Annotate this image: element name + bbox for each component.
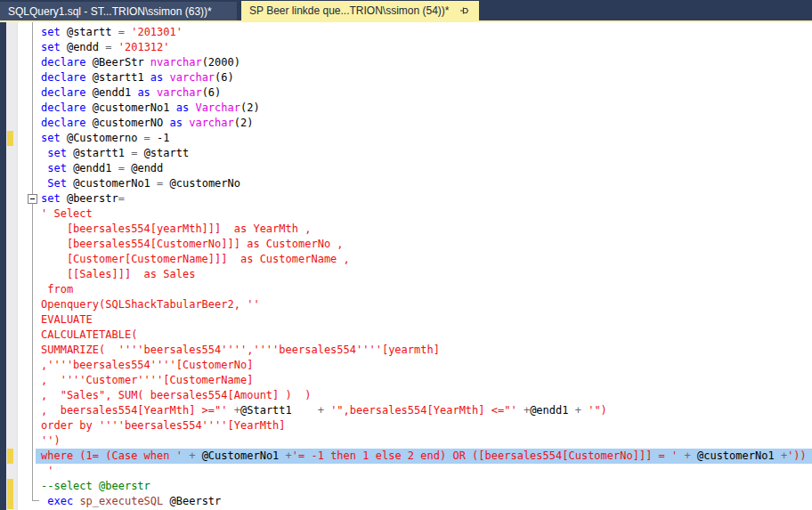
tab-sp-beer[interactable]: SP Beer linkde que...TRION\ssimon (54))*…: [241, 1, 479, 20]
code-token: set: [41, 132, 61, 144]
code-token: @endd1: [67, 162, 118, 174]
code-token: varchar: [157, 86, 202, 99]
code-token: set: [41, 26, 61, 38]
code-token: +: [286, 449, 292, 462]
code-line[interactable]: --select @beerstr: [36, 479, 812, 494]
code-token: varchar: [170, 71, 215, 84]
editor-left-margin: [0, 22, 6, 510]
close-icon[interactable]: ✕: [478, 4, 479, 17]
code-line[interactable]: ,''''beersales554''''[CustomerNo]: [36, 358, 812, 373]
code-line[interactable]: ': [36, 464, 812, 479]
code-token: where (1= (Case when ': [41, 449, 189, 462]
code-line[interactable]: ' Select: [36, 206, 812, 222]
gutter: [6, 22, 18, 510]
code-token: nvarchar: [150, 56, 202, 69]
tab-sqlquery1-label: SQLQuery1.sql - ST...TRION\ssimon (63))*: [8, 5, 212, 18]
code-token: set: [47, 147, 67, 159]
code-line[interactable]: declare @customerNo1 as Varchar(2): [36, 101, 812, 116]
code-token: @customerNo1: [67, 177, 157, 190]
code-token: EVALUATE: [41, 313, 93, 326]
code-line[interactable]: declare @startt1 as varchar(6): [36, 70, 812, 85]
code-token: as: [170, 117, 183, 129]
code-token: +: [318, 404, 324, 417]
code-token: -1: [150, 132, 170, 144]
code-token: set: [47, 162, 67, 174]
code-token: set: [41, 192, 61, 205]
code-line[interactable]: [beersales554[CustomerNo]]] as CustomerN…: [36, 237, 812, 252]
code-line[interactable]: from: [36, 282, 812, 297]
code-token: +: [234, 404, 240, 417]
code-token: [150, 86, 157, 99]
code-token: declare: [41, 86, 86, 99]
code-token: @startt: [61, 26, 118, 38]
code-line[interactable]: , ''''Customer''''[CustomerName]: [36, 373, 812, 388]
code-line[interactable]: declare @BeerStr nvarchar(2000): [36, 55, 812, 70]
code-token: @Startt1: [240, 404, 318, 417]
code-token: @customerNo: [163, 177, 240, 190]
code-token: [[Sales]]] as Sales: [41, 268, 195, 280]
code-line[interactable]: CALCULATETABLE(: [36, 328, 812, 343]
tab-sp-beer-label: SP Beer linkde que...TRION\ssimon (54))*: [249, 4, 450, 17]
change-indicator: [7, 479, 13, 494]
code-token: exec: [47, 495, 73, 507]
code-line[interactable]: order by ''''beersales554''''[YearMth]: [36, 418, 812, 433]
code-token: Set: [47, 177, 67, 190]
code-token: =: [118, 192, 125, 205]
code-token: set: [41, 41, 61, 53]
code-token: (6): [202, 86, 222, 99]
code-token: (2000): [202, 56, 240, 69]
code-line[interactable]: [[Sales]]] as Sales: [36, 267, 812, 282]
code-line[interactable]: Set @customerNo1 = @customerNo: [36, 176, 812, 191]
tab-sqlquery1[interactable]: SQLQuery1.sql - ST...TRION\ssimon (63))*: [0, 2, 237, 20]
code-token: +: [568, 404, 588, 417]
code-token: declare: [41, 117, 86, 129]
code-token: =: [118, 26, 125, 38]
code-line[interactable]: ''): [36, 433, 812, 449]
code-token: @startt1: [67, 147, 131, 159]
code-line[interactable]: declare @endd1 as varchar(6): [36, 85, 812, 101]
change-indicator: [7, 131, 13, 146]
code-line[interactable]: set @endd = '201312': [36, 40, 812, 55]
code-line[interactable]: [Customer[CustomerName]]] as CustomerNam…: [36, 252, 812, 267]
code-token: @CustomerNo1: [195, 449, 285, 462]
code-line[interactable]: declare @customerNO as varchar(2): [36, 116, 812, 131]
code-token: =: [118, 162, 125, 174]
code-line[interactable]: SUMMARIZE( ''''beersales554'''',''''beer…: [36, 343, 812, 358]
change-indicator: [7, 449, 13, 464]
code-token: Openquery(SQLShackTabularBeer2, '': [41, 298, 260, 311]
code-token: , ''''Customer''''[CustomerName]: [41, 374, 253, 386]
code-line[interactable]: set @endd1 = @endd: [36, 161, 812, 176]
code-token: --select @beerstr: [41, 480, 150, 492]
code-token: as: [150, 71, 163, 84]
code-line[interactable]: where (1= (Case when ' + @CustomerNo1 +'…: [36, 449, 812, 464]
code-line[interactable]: Openquery(SQLShackTabularBeer2, '': [36, 297, 812, 312]
code-token: [beersales554[CustomerNo]]] as CustomerN…: [41, 238, 344, 250]
code-token: [Customer[CustomerName]]] as CustomerNam…: [41, 253, 350, 265]
code-token: @Customerno: [61, 132, 144, 144]
code-token: ' Select: [41, 207, 93, 220]
code-line[interactable]: set @startt = '201301': [36, 25, 812, 40]
code-line[interactable]: EVALUATE: [36, 312, 812, 328]
code-token: @startt1: [86, 71, 150, 84]
code-token: ,''''beersales554''''[CustomerNo]: [41, 359, 253, 371]
code-line[interactable]: [beersales554[yearMth]]] as YearMth ,: [36, 222, 812, 237]
change-indicator: [7, 494, 13, 509]
code-token: varchar: [189, 117, 234, 129]
code-token: '",beersales554[YearMth] <="': [324, 404, 524, 417]
code-token: @startt: [137, 147, 189, 159]
code-line[interactable]: , beersales554[YearMth] >="' +@Startt1 +…: [36, 403, 812, 418]
code-token: declare: [41, 56, 86, 69]
code-line[interactable]: set @beerstr=: [36, 191, 812, 206]
code-token: @endd1: [86, 86, 138, 99]
code-line[interactable]: exec sp_executeSQL @Beerstr: [36, 494, 812, 509]
code-lines[interactable]: set @startt = '201301'set @endd = '20131…: [36, 25, 812, 509]
ssms-window: SQLQuery1.sql - ST...TRION\ssimon (63))*…: [0, 0, 812, 510]
code-token: @endd: [125, 162, 163, 174]
pin-icon[interactable]: [459, 4, 471, 17]
code-token: ''): [41, 434, 61, 447]
code-line[interactable]: , "Sales", SUM( beersales554[Amount] ) ): [36, 388, 812, 403]
code-line[interactable]: set @startt1 = @startt: [36, 146, 812, 161]
code-token: declare: [41, 101, 86, 114]
code-line[interactable]: set @Customerno = -1: [36, 131, 812, 146]
code-token: [112, 41, 118, 53]
